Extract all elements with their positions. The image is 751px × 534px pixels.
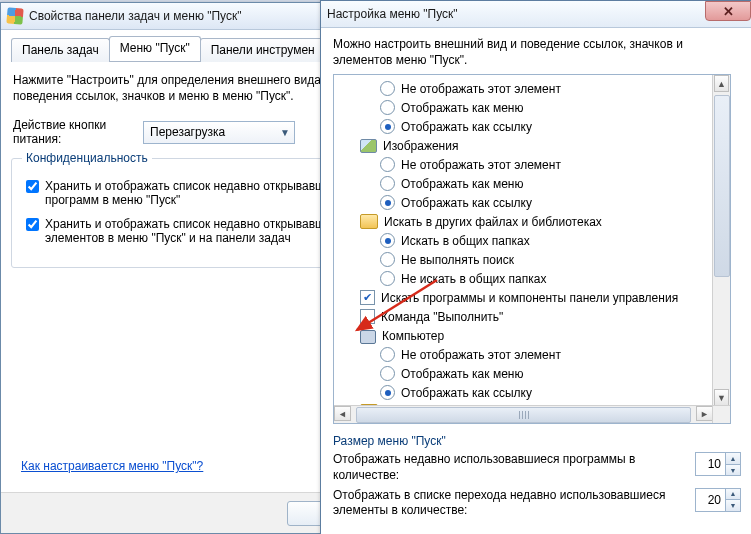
- power-action-value: Перезагрузка: [150, 125, 225, 139]
- tree-item[interactable]: Не отображать этот элемент: [336, 79, 711, 98]
- radio-icon[interactable]: [380, 119, 395, 134]
- tree-item-label: Искать в общих папках: [401, 234, 530, 248]
- radio-icon[interactable]: [380, 176, 395, 191]
- titlebar[interactable]: Настройка меню "Пуск" ✕: [321, 1, 751, 28]
- tree-item[interactable]: Не отображать этот элемент: [336, 345, 711, 364]
- scroll-down-button[interactable]: ▼: [714, 389, 729, 406]
- tree-item[interactable]: Отображать как меню: [336, 364, 711, 383]
- tree-item-label: Отображать как меню: [401, 101, 523, 115]
- checkbox[interactable]: [26, 218, 39, 231]
- tab-toolbars[interactable]: Панели инструмен: [200, 38, 326, 62]
- tree-item-label: Не отображать этот элемент: [401, 158, 561, 172]
- chevron-down-icon: ▼: [280, 127, 290, 138]
- vertical-scrollbar[interactable]: ▲ ▼: [712, 75, 730, 406]
- radio-icon[interactable]: [380, 100, 395, 115]
- recent-programs-spinner[interactable]: 10 ▲ ▼: [695, 452, 741, 476]
- folder-icon: [360, 214, 378, 229]
- tree-item-label: Отображать как меню: [401, 367, 523, 381]
- instruction-text: Можно настроить внешний вид и поведение …: [333, 36, 741, 68]
- radio-icon[interactable]: [380, 81, 395, 96]
- size-legend: Размер меню "Пуск": [333, 434, 741, 448]
- radio-icon[interactable]: [380, 195, 395, 210]
- tree-item[interactable]: Не искать в общих папках: [336, 269, 711, 288]
- tree-item[interactable]: Отображать как меню: [336, 98, 711, 117]
- tree-item[interactable]: Отображать как ссылку: [336, 193, 711, 212]
- tree-item-label: Не отображать этот элемент: [401, 82, 561, 96]
- privacy-check-items[interactable]: Хранить и отображать список недавно откр…: [22, 217, 368, 245]
- tree-item[interactable]: Отображать как ссылку: [336, 383, 711, 402]
- tree-item-label: Команда "Выполнить": [381, 310, 503, 324]
- start-menu-size-section: Размер меню "Пуск" Отображать недавно ис…: [333, 434, 741, 518]
- tree-item-label: Компьютер: [382, 329, 444, 343]
- tree-item: Искать в других файлах и библиотеках: [336, 212, 711, 231]
- tree-item: Изображения: [336, 136, 711, 155]
- jumplist-spinner[interactable]: 20 ▲ ▼: [695, 488, 741, 512]
- tree-item-label: Не выполнять поиск: [401, 253, 514, 267]
- jumplist-label: Отображать в списке перехода недавно исп…: [333, 488, 695, 519]
- spin-up-button[interactable]: ▲: [725, 489, 740, 500]
- tree-item[interactable]: Не выполнять поиск: [336, 250, 711, 269]
- tree-item[interactable]: Команда "Выполнить": [336, 307, 711, 326]
- window-title: Настройка меню "Пуск": [327, 7, 458, 21]
- checkbox[interactable]: [26, 180, 39, 193]
- tree-item[interactable]: Не отображать этот элемент: [336, 155, 711, 174]
- tab-start-menu[interactable]: Меню "Пуск": [109, 36, 201, 61]
- close-button[interactable]: ✕: [705, 1, 751, 21]
- spin-up-button[interactable]: ▲: [725, 453, 740, 464]
- radio-icon[interactable]: [380, 157, 395, 172]
- radio-icon[interactable]: [380, 252, 395, 267]
- help-link[interactable]: Как настраивается меню "Пуск"?: [21, 459, 203, 473]
- pc-icon: [360, 330, 376, 344]
- tree-viewport[interactable]: Не отображать этот элементОтображать как…: [334, 75, 713, 406]
- spinner-value[interactable]: 10: [696, 453, 725, 475]
- radio-icon[interactable]: [380, 347, 395, 362]
- tree-item-label: Искать программы и компоненты панели упр…: [381, 291, 678, 305]
- privacy-legend: Конфиденциальность: [22, 151, 152, 165]
- tree-item-label: Не искать в общих папках: [401, 272, 546, 286]
- pict-icon: [360, 139, 377, 153]
- close-icon: ✕: [723, 4, 734, 19]
- privacy-check-programs[interactable]: Хранить и отображать список недавно откр…: [22, 179, 368, 207]
- checkbox-icon[interactable]: [360, 309, 375, 324]
- options-tree: Не отображать этот элементОтображать как…: [333, 74, 731, 424]
- radio-icon[interactable]: [380, 233, 395, 248]
- power-action-combo[interactable]: Перезагрузка ▼: [143, 121, 295, 144]
- spin-down-button[interactable]: ▼: [725, 464, 740, 476]
- tree-item-label: Искать в других файлах и библиотеках: [384, 215, 602, 229]
- spin-down-button[interactable]: ▼: [725, 499, 740, 511]
- tree-item-label: Отображать как ссылку: [401, 196, 532, 210]
- tree-item-label: Отображать как ссылку: [401, 120, 532, 134]
- radio-icon[interactable]: [380, 271, 395, 286]
- radio-icon[interactable]: [380, 385, 395, 400]
- tree-item[interactable]: Искать в общих папках: [336, 231, 711, 250]
- scrollbar-corner: [712, 405, 730, 423]
- window-title: Свойства панели задач и меню "Пуск": [29, 9, 242, 23]
- tree-item-label: Отображать как ссылку: [401, 386, 532, 400]
- tree-item[interactable]: Искать программы и компоненты панели упр…: [336, 288, 711, 307]
- scroll-thumb[interactable]: [714, 95, 730, 277]
- scroll-left-button[interactable]: ◄: [334, 406, 351, 421]
- tree-item-label: Отображать как меню: [401, 177, 523, 191]
- radio-icon[interactable]: [380, 366, 395, 381]
- scroll-up-button[interactable]: ▲: [714, 75, 729, 92]
- tree-item[interactable]: Отображать как меню: [336, 174, 711, 193]
- horizontal-scrollbar[interactable]: ◄ ►: [334, 405, 713, 423]
- tree-item[interactable]: Отображать как ссылку: [336, 117, 711, 136]
- tree-item-label: Изображения: [383, 139, 458, 153]
- scroll-right-button[interactable]: ►: [696, 406, 713, 421]
- tree-item-label: Не отображать этот элемент: [401, 348, 561, 362]
- tab-taskbar[interactable]: Панель задач: [11, 38, 110, 62]
- power-action-label: Действие кнопки питания:: [13, 118, 143, 146]
- recent-programs-label: Отображать недавно использовавшиеся прог…: [333, 452, 695, 483]
- tree-item: Компьютер: [336, 326, 711, 345]
- window-icon: [6, 7, 23, 24]
- checkbox-icon[interactable]: [360, 290, 375, 305]
- customize-start-menu-window: Настройка меню "Пуск" ✕ Можно настроить …: [320, 0, 751, 534]
- spinner-value[interactable]: 20: [696, 489, 725, 511]
- scroll-thumb[interactable]: [356, 407, 691, 423]
